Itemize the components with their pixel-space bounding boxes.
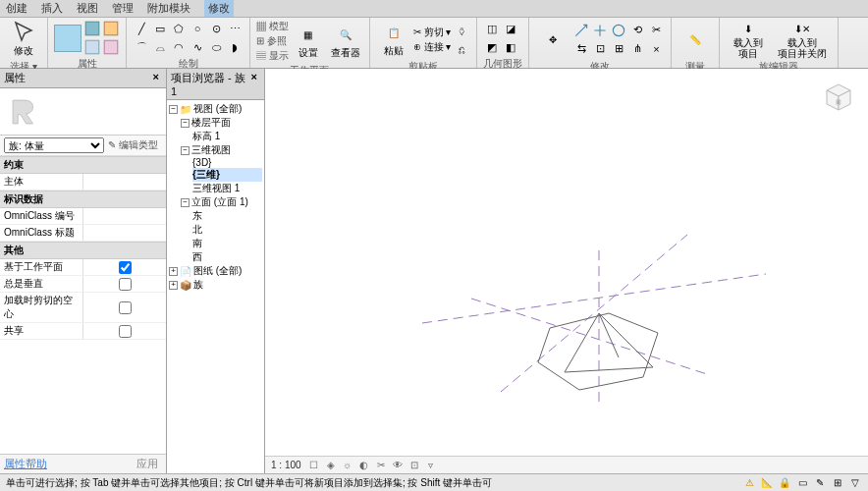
vb-detail-icon[interactable]: ☐ <box>307 459 321 472</box>
clip-icon-1[interactable]: ⎀ <box>453 22 470 39</box>
draw-half-icon[interactable]: ◗ <box>226 38 244 56</box>
wp-set-button[interactable]: ▦ 设置 <box>291 22 326 61</box>
tray-icon-3[interactable]: 🔒 <box>778 476 791 490</box>
props-icon-4[interactable] <box>102 38 120 56</box>
close-icon[interactable]: × <box>150 71 162 85</box>
geo-icon-3[interactable]: ◩ <box>483 38 501 56</box>
tray-icon-1[interactable]: ⚠ <box>742 476 756 490</box>
props-btn-1[interactable] <box>54 25 81 52</box>
edit-type-button[interactable]: ✎ 编辑类型 <box>104 138 162 152</box>
menu-addins[interactable]: 附加模块 <box>147 1 190 16</box>
tree-north[interactable]: 北 <box>192 223 262 237</box>
workplane-based-check[interactable] <box>119 261 132 274</box>
draw-circle-icon[interactable]: ○ <box>189 20 206 37</box>
tree-families[interactable]: +📦 族 <box>169 278 262 292</box>
mod-icon-1[interactable] <box>572 22 590 39</box>
wp-viewer-button[interactable]: 🔍 查看器 <box>328 22 363 61</box>
join-button[interactable]: ⊕ 连接 ▾ <box>413 40 452 54</box>
geo-icon-1[interactable]: ◫ <box>483 20 501 37</box>
mod-icon-4[interactable]: ⟲ <box>628 22 646 39</box>
draw-rect-icon[interactable]: ▭ <box>151 20 169 37</box>
modify-button[interactable]: 修改 <box>6 20 41 59</box>
ribbon-group-measure: 📏 测量 <box>672 18 720 68</box>
drawing-canvas[interactable]: 前 1 : 100 ☐ ◈ ☼ ◐ ✂ 👁 ⊡ ▿ <box>265 69 868 473</box>
menu-create[interactable]: 创建 <box>6 1 27 16</box>
draw-arc1-icon[interactable]: ⌒ <box>133 38 150 56</box>
tree-3d[interactable]: −三维视图 <box>181 143 262 157</box>
draw-arc3-icon[interactable]: ◠ <box>170 38 188 56</box>
tree-3d-current[interactable]: {三维} <box>192 168 262 182</box>
tray-icon-6[interactable]: ⊞ <box>831 476 844 490</box>
tree-elevation[interactable]: −立面 (立面 1) <box>181 195 262 209</box>
clip-icon-2[interactable]: ⎌ <box>453 40 470 58</box>
close-icon[interactable]: × <box>248 71 260 97</box>
move-button[interactable]: ✥ <box>535 20 570 59</box>
mod-icon-7[interactable]: ⊡ <box>591 40 609 58</box>
menu-view[interactable]: 视图 <box>77 1 98 16</box>
vb-shadow-icon[interactable]: ◐ <box>357 459 371 472</box>
shared-check[interactable] <box>119 325 132 338</box>
tree-floorplans[interactable]: −楼层平面 <box>181 116 262 130</box>
draw-arc2-icon[interactable]: ⌓ <box>151 38 169 56</box>
tree-east[interactable]: 东 <box>192 209 262 223</box>
mod-icon-2[interactable] <box>591 22 609 39</box>
menu-modify[interactable]: 修改 <box>204 0 234 17</box>
tree-west[interactable]: 西 <box>192 250 262 264</box>
paste-button[interactable]: 📋 粘贴 <box>376 20 411 59</box>
vb-sun-icon[interactable]: ☼ <box>341 459 354 472</box>
tray-icon-2[interactable]: 📐 <box>760 476 774 490</box>
props-icon-3[interactable] <box>83 38 101 56</box>
geo-icon-4[interactable]: ◧ <box>502 38 519 56</box>
tree-sheets[interactable]: +📄 图纸 (全部) <box>169 264 262 278</box>
props-icon-1[interactable] <box>83 20 101 37</box>
load-project-button[interactable]: ⬇ 载入到 项目 <box>726 20 771 59</box>
mod-icon-9[interactable]: ⋔ <box>628 40 646 58</box>
always-vertical-check[interactable] <box>119 278 132 291</box>
draw-spline-icon[interactable]: ∿ <box>189 38 206 56</box>
omniclass-num-input[interactable] <box>87 211 162 222</box>
vb-reveal-icon[interactable]: ⊡ <box>407 459 421 472</box>
draw-line-icon[interactable]: ╱ <box>133 20 150 37</box>
mod-icon-5[interactable]: ✂ <box>647 22 665 39</box>
properties-help-link[interactable]: 属性帮助 <box>0 455 129 473</box>
cut-void-check[interactable] <box>119 301 132 314</box>
svg-rect-0 <box>85 22 99 35</box>
wp-show[interactable]: ▤ 显示 <box>256 49 289 63</box>
omniclass-title-input[interactable] <box>87 228 162 239</box>
family-select[interactable]: 族: 体量 <box>4 137 104 153</box>
host-input[interactable] <box>87 177 162 188</box>
view-cube[interactable]: 前 <box>819 77 858 116</box>
wp-model[interactable]: ▦ 模型 <box>256 20 289 33</box>
ribbon-group-clipboard: 📋 粘贴 ✂ 剪切 ▾ ⊕ 连接 ▾ ⎀ ⎌ 剪贴板 <box>370 18 478 68</box>
mod-icon-6[interactable]: ⇆ <box>572 40 590 58</box>
scale-display[interactable]: 1 : 100 <box>271 460 301 470</box>
tree-south[interactable]: 南 <box>192 237 262 250</box>
draw-inscribed-icon[interactable]: ⊙ <box>207 20 225 37</box>
measure-button[interactable]: 📏 <box>678 20 713 59</box>
tray-icon-4[interactable]: ▭ <box>795 476 809 490</box>
vb-more-icon[interactable]: ▿ <box>424 459 438 472</box>
geo-icon-2[interactable]: ◪ <box>502 20 519 37</box>
mod-icon-10[interactable]: × <box>647 40 665 58</box>
tray-icon-5[interactable]: ✎ <box>813 476 827 490</box>
wp-ref[interactable]: ⊞ 参照 <box>256 34 289 48</box>
tree-3d-view1[interactable]: 三维视图 1 <box>192 182 262 195</box>
tree-level1[interactable]: 标高 1 <box>192 130 262 143</box>
mod-icon-8[interactable]: ⊞ <box>610 40 627 58</box>
cut-button[interactable]: ✂ 剪切 ▾ <box>413 26 452 39</box>
props-icon-2[interactable] <box>102 20 120 37</box>
load-close-button[interactable]: ⬇✕ 载入到 项目并关闭 <box>773 20 832 59</box>
draw-more-icon[interactable]: ⋯ <box>226 20 244 37</box>
vb-style-icon[interactable]: ◈ <box>324 459 338 472</box>
tree-3d-default[interactable]: {3D} <box>192 157 262 168</box>
menu-manage[interactable]: 管理 <box>112 1 134 16</box>
tree-views[interactable]: −📁 视图 (全部) <box>169 102 262 116</box>
draw-poly-icon[interactable]: ⬠ <box>170 20 188 37</box>
menu-insert[interactable]: 插入 <box>41 1 63 16</box>
vb-crop-icon[interactable]: ✂ <box>374 459 388 472</box>
apply-button[interactable]: 应用 <box>129 455 166 473</box>
draw-ellipse-icon[interactable]: ⬭ <box>207 38 225 56</box>
mod-icon-3[interactable] <box>610 22 627 39</box>
tray-filter-icon[interactable]: ▽ <box>848 476 862 490</box>
vb-hide-icon[interactable]: 👁 <box>391 459 405 472</box>
